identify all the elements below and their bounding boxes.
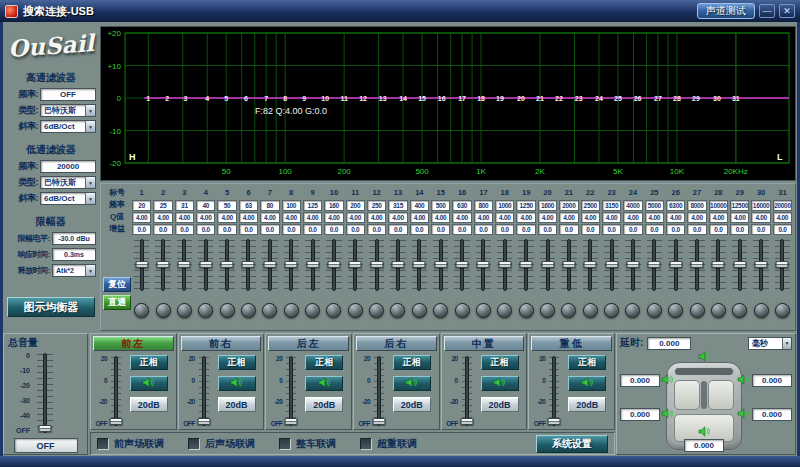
band-gain-value[interactable]: 0.0 bbox=[559, 224, 578, 235]
band-knob[interactable] bbox=[583, 303, 598, 318]
band-gain-value[interactable]: 0.0 bbox=[666, 224, 685, 235]
link-checkbox[interactable] bbox=[97, 438, 109, 450]
mute-button[interactable] bbox=[481, 376, 519, 391]
band-gain-value[interactable]: 0.0 bbox=[773, 224, 792, 235]
band-freq-value[interactable]: 50 bbox=[217, 200, 236, 211]
band-gain-value[interactable]: 0.0 bbox=[751, 224, 770, 235]
band-gain-slider[interactable] bbox=[345, 237, 366, 293]
band-knob[interactable] bbox=[604, 303, 619, 318]
band-q-value[interactable]: 4.00 bbox=[495, 212, 514, 223]
channel-volume-slider[interactable] bbox=[371, 354, 387, 428]
hpf-type-select[interactable]: 巴特沃斯 bbox=[40, 104, 96, 117]
band-q-value[interactable]: 4.00 bbox=[452, 212, 471, 223]
band-gain-slider[interactable] bbox=[174, 237, 195, 293]
graph-band-point[interactable]: 9 bbox=[302, 95, 306, 102]
band-freq-value[interactable]: 20 bbox=[132, 200, 151, 211]
graph-band-point[interactable]: 14 bbox=[399, 95, 407, 102]
graph-band-point[interactable]: 13 bbox=[379, 95, 387, 102]
boost-button[interactable]: 20dB bbox=[218, 397, 256, 412]
band-gain-value[interactable]: 0.0 bbox=[730, 224, 749, 235]
band-gain-slider[interactable] bbox=[281, 237, 302, 293]
lpf-freq-input[interactable]: 20000 bbox=[40, 160, 96, 173]
slider-handle[interactable] bbox=[605, 261, 618, 268]
band-q-value[interactable]: 4.00 bbox=[474, 212, 493, 223]
band-freq-value[interactable]: 10000 bbox=[709, 200, 728, 211]
band-freq-value[interactable]: 1600 bbox=[538, 200, 557, 211]
slider-handle[interactable] bbox=[776, 261, 789, 268]
link-checkbox[interactable] bbox=[360, 438, 372, 450]
band-knob[interactable] bbox=[220, 303, 235, 318]
link-checkbox[interactable] bbox=[279, 438, 291, 450]
limiter-level-input[interactable]: -30.0 dBu bbox=[52, 232, 96, 245]
band-gain-slider[interactable] bbox=[558, 237, 579, 293]
channel-select-button[interactable]: 中置 bbox=[444, 336, 525, 351]
slider-handle[interactable] bbox=[456, 261, 469, 268]
slider-handle[interactable] bbox=[691, 261, 704, 268]
band-q-value[interactable]: 4.00 bbox=[239, 212, 258, 223]
band-freq-value[interactable]: 31 bbox=[175, 200, 194, 211]
band-gain-value[interactable]: 0.0 bbox=[431, 224, 450, 235]
band-gain-slider[interactable] bbox=[644, 237, 665, 293]
band-freq-value[interactable]: 20000 bbox=[773, 200, 792, 211]
band-q-value[interactable]: 4.00 bbox=[666, 212, 685, 223]
band-knob[interactable] bbox=[177, 303, 192, 318]
band-q-value[interactable]: 4.00 bbox=[709, 212, 728, 223]
band-gain-value[interactable]: 0.0 bbox=[474, 224, 493, 235]
graph-band-point[interactable]: 26 bbox=[634, 95, 642, 102]
band-freq-value[interactable]: 25 bbox=[153, 200, 172, 211]
band-freq-value[interactable]: 6300 bbox=[666, 200, 685, 211]
channel-volume-slider[interactable] bbox=[108, 354, 124, 428]
slider-handle[interactable] bbox=[626, 261, 639, 268]
lpf-marker[interactable]: L bbox=[777, 152, 783, 162]
band-knob[interactable] bbox=[625, 303, 640, 318]
graph-band-point[interactable]: 20 bbox=[517, 95, 525, 102]
band-freq-value[interactable]: 5000 bbox=[645, 200, 664, 211]
graph-band-point[interactable]: 29 bbox=[692, 95, 700, 102]
graph-band-point[interactable]: 18 bbox=[477, 95, 485, 102]
boost-button[interactable]: 20dB bbox=[393, 397, 431, 412]
slider-handle[interactable] bbox=[197, 418, 210, 425]
slider-handle[interactable] bbox=[157, 261, 170, 268]
band-knob[interactable] bbox=[711, 303, 726, 318]
band-knob[interactable] bbox=[284, 303, 299, 318]
band-freq-value[interactable]: 315 bbox=[388, 200, 407, 211]
slider-handle[interactable] bbox=[520, 261, 533, 268]
band-gain-value[interactable]: 0.0 bbox=[217, 224, 236, 235]
band-freq-value[interactable]: 800 bbox=[474, 200, 493, 211]
band-gain-slider[interactable] bbox=[216, 237, 237, 293]
band-freq-value[interactable]: 40 bbox=[196, 200, 215, 211]
boost-button[interactable]: 20dB bbox=[130, 397, 168, 412]
band-gain-value[interactable]: 0.0 bbox=[303, 224, 322, 235]
band-gain-slider[interactable] bbox=[601, 237, 622, 293]
band-knob[interactable] bbox=[369, 303, 384, 318]
boost-button[interactable]: 20dB bbox=[305, 397, 343, 412]
band-gain-slider[interactable] bbox=[772, 237, 793, 293]
mute-button[interactable] bbox=[130, 376, 168, 391]
band-gain-slider[interactable] bbox=[238, 237, 259, 293]
band-knob[interactable] bbox=[348, 303, 363, 318]
band-gain-slider[interactable] bbox=[409, 237, 430, 293]
band-gain-slider[interactable] bbox=[537, 237, 558, 293]
band-q-value[interactable]: 4.00 bbox=[559, 212, 578, 223]
band-q-value[interactable]: 4.00 bbox=[623, 212, 642, 223]
boost-button[interactable]: 20dB bbox=[568, 397, 606, 412]
channel-select-button[interactable]: 后左 bbox=[268, 336, 349, 351]
slider-handle[interactable] bbox=[584, 261, 597, 268]
band-gain-slider[interactable] bbox=[195, 237, 216, 293]
band-knob[interactable] bbox=[561, 303, 576, 318]
band-freq-value[interactable]: 250 bbox=[367, 200, 386, 211]
phase-button[interactable]: 正相 bbox=[218, 355, 256, 370]
band-knob[interactable] bbox=[198, 303, 213, 318]
slider-handle[interactable] bbox=[370, 261, 383, 268]
band-knob[interactable] bbox=[732, 303, 747, 318]
limiter-attack-input[interactable]: 0.3ms bbox=[52, 248, 96, 261]
slider-handle[interactable] bbox=[306, 261, 319, 268]
slider-handle[interactable] bbox=[110, 418, 123, 425]
hpf-freq-input[interactable]: OFF bbox=[40, 88, 96, 101]
close-button[interactable]: ✕ bbox=[779, 4, 795, 18]
slider-handle[interactable] bbox=[413, 261, 426, 268]
slider-handle[interactable] bbox=[199, 261, 212, 268]
graph-band-point[interactable]: 8 bbox=[283, 95, 287, 102]
band-knob[interactable] bbox=[156, 303, 171, 318]
slider-handle[interactable] bbox=[434, 261, 447, 268]
